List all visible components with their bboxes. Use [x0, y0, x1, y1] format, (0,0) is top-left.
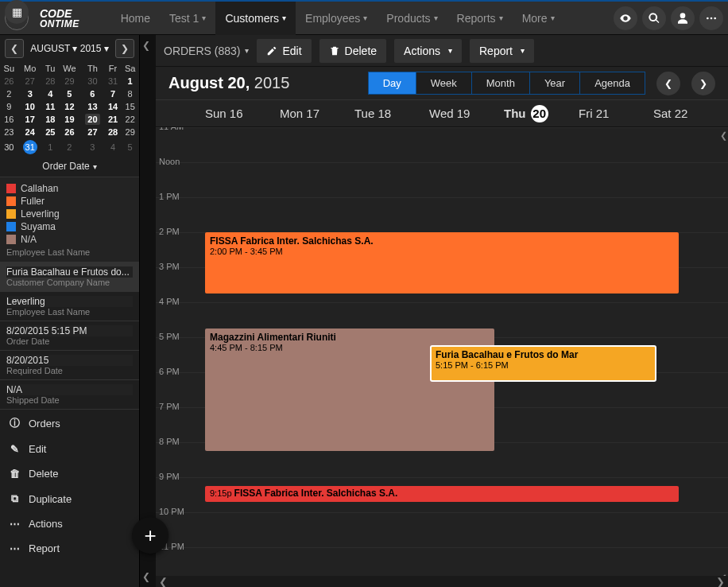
- day-header[interactable]: Wed 19: [429, 107, 504, 120]
- side-action-actions[interactable]: ⋯Actions: [0, 511, 139, 536]
- cal-day[interactable]: 29: [121, 126, 139, 138]
- cal-day[interactable]: 1: [121, 75, 139, 87]
- side-action-orders[interactable]: ⓘOrders: [0, 410, 139, 437]
- cal-day[interactable]: 15: [121, 100, 139, 113]
- cal-prev-month[interactable]: [5, 39, 24, 58]
- view-tab-week[interactable]: Week: [416, 72, 471, 94]
- detail-row[interactable]: 8/20/2015Required Date: [0, 350, 139, 379]
- event[interactable]: 9:15p FISSA Fabrica Inter. Salchichas S.…: [205, 486, 679, 502]
- v-scroll[interactable]: ❮❮: [720, 127, 728, 587]
- more-icon[interactable]: [699, 6, 723, 30]
- cal-day[interactable]: 24: [18, 126, 42, 138]
- detail-row[interactable]: N/AShipped Date: [0, 379, 139, 409]
- cal-day[interactable]: 17: [18, 113, 42, 126]
- cal-day[interactable]: 31: [18, 138, 42, 156]
- day-header[interactable]: Mon 17: [280, 107, 354, 120]
- cal-month-picker[interactable]: AUGUST ▾ 2015 ▾: [24, 43, 115, 54]
- order-date-selector[interactable]: Order Date: [0, 156, 139, 177]
- view-tab-agenda[interactable]: Agenda: [579, 72, 645, 94]
- nav-item-customers[interactable]: Customers▾: [215, 2, 296, 35]
- cal-day[interactable]: 1: [42, 138, 59, 156]
- cal-day[interactable]: 3: [80, 138, 105, 156]
- cal-day[interactable]: 10: [18, 100, 42, 113]
- view-tab-year[interactable]: Year: [529, 72, 579, 94]
- cal-day[interactable]: 26: [0, 75, 18, 87]
- nav-prev[interactable]: [656, 72, 680, 95]
- cal-day[interactable]: 4: [42, 87, 59, 100]
- nav-item-products[interactable]: Products▾: [377, 2, 447, 35]
- nav-item-employees[interactable]: Employees▾: [296, 2, 377, 35]
- day-header[interactable]: Thu 20: [504, 105, 579, 122]
- cal-day[interactable]: 30: [80, 75, 105, 87]
- cal-day[interactable]: 22: [121, 113, 139, 126]
- cal-day[interactable]: 25: [42, 126, 59, 138]
- cal-day[interactable]: 27: [80, 126, 105, 138]
- delete-icon: 🗑: [8, 468, 21, 480]
- detail-row[interactable]: LeverlingEmployee Last Name: [0, 291, 139, 321]
- cal-day[interactable]: 2: [0, 87, 18, 100]
- cal-day[interactable]: 31: [105, 75, 122, 87]
- cal-day[interactable]: 12: [59, 100, 80, 113]
- cal-day[interactable]: 28: [42, 75, 59, 87]
- cal-day[interactable]: 7: [105, 87, 122, 100]
- add-fab[interactable]: +: [132, 517, 168, 554]
- day-header[interactable]: Sat 22: [653, 107, 728, 120]
- cal-day[interactable]: 5: [59, 87, 80, 100]
- cal-day[interactable]: 21: [105, 113, 122, 126]
- cal-day[interactable]: 28: [105, 126, 122, 138]
- edit-button[interactable]: Edit: [257, 39, 311, 63]
- cal-day[interactable]: 23: [0, 126, 18, 138]
- day-header[interactable]: Tue 18: [354, 107, 429, 120]
- cal-day[interactable]: 26: [59, 126, 80, 138]
- calendar-body[interactable]: 11 AMNoon1 PM2 PM3 PM4 PM5 PM6 PM7 PM8 P…: [156, 127, 728, 587]
- eye-icon[interactable]: [614, 6, 637, 30]
- legend-item: N/A: [6, 233, 133, 246]
- cal-day[interactable]: 6: [80, 87, 105, 100]
- breadcrumb[interactable]: ORDERS (883): [164, 45, 249, 57]
- event[interactable]: Furia Bacalhau e Frutos do Mar5:15 PM - …: [431, 346, 656, 381]
- side-action-delete[interactable]: 🗑Delete: [0, 461, 139, 486]
- nav-next[interactable]: [691, 72, 715, 95]
- h-scroll[interactable]: ❮❯: [156, 576, 728, 587]
- detail-row[interactable]: Furia Bacalhau e Frutos do...Customer Co…: [0, 262, 139, 291]
- side-action-edit[interactable]: ✎Edit: [0, 437, 139, 461]
- cal-day[interactable]: 9: [0, 100, 18, 113]
- edit-icon: ✎: [8, 443, 21, 455]
- cal-day[interactable]: 20: [80, 113, 105, 126]
- cal-next-month[interactable]: [115, 39, 134, 58]
- nav-item-test-1[interactable]: Test 1▾: [160, 2, 215, 35]
- cal-day[interactable]: 19: [59, 113, 80, 126]
- search-icon[interactable]: [642, 6, 666, 30]
- nav-item-more[interactable]: More▾: [513, 2, 564, 35]
- side-action-duplicate[interactable]: ⧉Duplicate: [0, 486, 139, 511]
- day-header[interactable]: Fri 21: [579, 107, 653, 120]
- cal-day[interactable]: 8: [121, 87, 139, 100]
- cal-day[interactable]: 29: [59, 75, 80, 87]
- cal-day[interactable]: 3: [18, 87, 42, 100]
- cal-day[interactable]: 13: [80, 100, 105, 113]
- delete-button[interactable]: Delete: [319, 39, 386, 63]
- actions-button[interactable]: Actions▾: [394, 39, 462, 63]
- cal-day[interactable]: 18: [42, 113, 59, 126]
- cal-day[interactable]: 2: [59, 138, 80, 156]
- view-tab-day[interactable]: Day: [369, 72, 416, 94]
- cal-day[interactable]: 4: [105, 138, 122, 156]
- event[interactable]: FISSA Fabrica Inter. Salchichas S.A.2:00…: [205, 232, 679, 294]
- day-header[interactable]: Sun 16: [205, 107, 280, 120]
- cal-day[interactable]: 30: [0, 138, 18, 156]
- cal-day[interactable]: 11: [42, 100, 59, 113]
- nav-item-reports[interactable]: Reports▾: [447, 2, 513, 35]
- cal-day[interactable]: 27: [18, 75, 42, 87]
- side-action-report[interactable]: ⋯Report: [0, 536, 139, 561]
- user-icon[interactable]: [671, 6, 695, 30]
- detail-row[interactable]: 8/20/2015 5:15 PMOrder Date: [0, 321, 139, 350]
- cal-day[interactable]: 14: [105, 100, 122, 113]
- view-tab-month[interactable]: Month: [471, 72, 529, 94]
- time-label: 7 PM: [159, 402, 180, 411]
- time-label: 11 AM: [159, 127, 184, 131]
- sidebar-gutter[interactable]: ❮❮: [140, 35, 156, 587]
- cal-day[interactable]: 5: [121, 138, 139, 156]
- nav-item-home[interactable]: Home: [111, 2, 160, 35]
- cal-day[interactable]: 16: [0, 113, 18, 126]
- report-button[interactable]: Report▾: [470, 39, 534, 63]
